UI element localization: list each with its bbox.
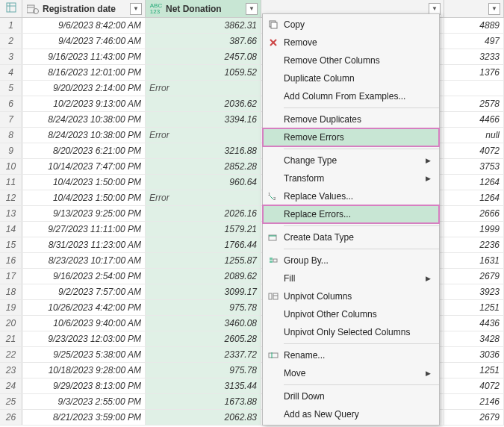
cell-net-donation[interactable]: Error (146, 128, 261, 143)
menu-fill[interactable]: Fill ▶ (263, 269, 439, 287)
cell-registration[interactable]: 10/14/2023 7:47:00 PM (22, 159, 146, 174)
cell-net-donation[interactable]: 3216.88 (146, 143, 261, 158)
cell-net-donation[interactable]: 3135.44 (146, 378, 261, 393)
row-number[interactable]: 10 (0, 159, 22, 174)
cell-registration[interactable]: 8/23/2023 10:17:00 AM (22, 253, 146, 268)
cell-registration[interactable]: 9/4/2023 7:46:00 AM (22, 34, 146, 49)
cell-registration[interactable]: 9/3/2023 2:55:00 PM (22, 394, 146, 409)
menu-replace-values[interactable]: 12 Replace Values... (263, 187, 439, 205)
column-header-registration[interactable]: Registration date ▼ (22, 0, 146, 17)
row-number[interactable]: 15 (0, 237, 22, 252)
menu-duplicate-column[interactable]: Duplicate Column (263, 69, 439, 87)
row-number[interactable]: 1 (0, 18, 22, 33)
filter-dropdown-button[interactable]: ▼ (488, 3, 500, 15)
row-number[interactable]: 6 (0, 96, 22, 111)
cell-registration[interactable]: 9/20/2023 2:14:00 PM (22, 81, 146, 96)
row-number[interactable]: 7 (0, 112, 22, 127)
cell-registration[interactable]: 9/2/2023 7:57:00 AM (22, 284, 146, 299)
menu-remove-duplicates[interactable]: Remove Duplicates (263, 110, 439, 128)
cell-net-donation[interactable]: 3460.08 (146, 316, 261, 331)
cell-net-donation[interactable]: 975.78 (146, 363, 261, 378)
row-number[interactable]: 16 (0, 253, 22, 268)
cell-net-donation[interactable]: 2036.62 (146, 96, 261, 111)
menu-copy[interactable]: Copy (263, 16, 439, 34)
row-number[interactable]: 21 (0, 331, 22, 346)
cell-last[interactable]: 3428 (444, 331, 504, 346)
cell-last[interactable]: 1999 (444, 222, 504, 237)
row-number[interactable]: 24 (0, 378, 22, 393)
menu-remove[interactable]: Remove (263, 34, 439, 52)
filter-dropdown-button[interactable]: ▼ (130, 3, 142, 15)
cell-last[interactable]: 2236 (444, 237, 504, 252)
row-number[interactable]: 25 (0, 394, 22, 409)
cell-last[interactable]: 4436 (444, 316, 504, 331)
cell-last[interactable]: 497 (444, 34, 504, 49)
cell-net-donation[interactable]: 1766.44 (146, 237, 261, 252)
column-header-last[interactable]: ▼ (444, 0, 504, 17)
cell-last[interactable]: 4072 (444, 143, 504, 158)
cell-last[interactable] (444, 81, 504, 96)
cell-net-donation[interactable]: 1673.88 (146, 394, 261, 409)
menu-group-by[interactable]: Group By... (263, 252, 439, 269)
row-number[interactable]: 17 (0, 269, 22, 284)
column-header-net-donation[interactable]: ABC123 Net Donation ▼ (146, 0, 261, 17)
menu-unpivot-selected-columns[interactable]: Unpivot Only Selected Columns (263, 323, 439, 341)
row-number[interactable]: 2 (0, 34, 22, 49)
row-number[interactable]: 13 (0, 206, 22, 221)
menu-add-as-new-query[interactable]: Add as New Query (263, 405, 439, 423)
row-number[interactable]: 9 (0, 143, 22, 158)
cell-registration[interactable]: 10/6/2023 9:40:00 AM (22, 316, 146, 331)
menu-transform[interactable]: Transform ▶ (263, 169, 439, 187)
row-number[interactable]: 11 (0, 175, 22, 190)
menu-create-data-type[interactable]: Create Data Type (263, 228, 439, 246)
cell-last[interactable]: 2146 (444, 394, 504, 409)
cell-net-donation[interactable]: Error (146, 190, 261, 205)
row-number[interactable]: 22 (0, 347, 22, 362)
table-menu-corner[interactable] (0, 0, 22, 17)
cell-registration[interactable]: 8/24/2023 10:38:00 PM (22, 112, 146, 127)
menu-remove-other-columns[interactable]: Remove Other Columns (263, 52, 439, 69)
cell-last[interactable]: 1251 (444, 300, 504, 315)
cell-registration[interactable]: 10/4/2023 1:50:00 PM (22, 175, 146, 190)
cell-registration[interactable]: 9/16/2023 11:43:00 PM (22, 49, 146, 64)
cell-net-donation[interactable]: 2026.16 (146, 206, 261, 221)
row-number[interactable]: 3 (0, 49, 22, 64)
row-number[interactable]: 14 (0, 222, 22, 237)
menu-remove-errors[interactable]: Remove Errors (263, 128, 439, 146)
cell-registration[interactable]: 10/2/2023 9:13:00 AM (22, 96, 146, 111)
menu-unpivot-other-columns[interactable]: Unpivot Other Columns (263, 305, 439, 323)
cell-net-donation[interactable]: 2089.62 (146, 269, 261, 284)
cell-last[interactable]: 1376 (444, 65, 504, 80)
cell-last[interactable]: 3923 (444, 284, 504, 299)
cell-net-donation[interactable]: 975.78 (146, 300, 261, 315)
cell-net-donation[interactable]: 3394.16 (146, 112, 261, 127)
menu-rename[interactable]: Rename... (263, 346, 439, 364)
cell-registration[interactable]: 9/16/2023 2:54:00 PM (22, 269, 146, 284)
cell-last[interactable]: 2666 (444, 206, 504, 221)
menu-replace-errors[interactable]: Replace Errors... (263, 205, 439, 223)
row-number[interactable]: 5 (0, 81, 22, 96)
cell-net-donation[interactable]: 2337.72 (146, 347, 261, 362)
cell-net-donation[interactable]: 3099.17 (146, 284, 261, 299)
cell-net-donation[interactable]: 2457.08 (146, 49, 261, 64)
row-number[interactable]: 12 (0, 190, 22, 205)
cell-registration[interactable]: 8/20/2023 6:21:00 PM (22, 143, 146, 158)
menu-move[interactable]: Move ▶ (263, 364, 439, 382)
cell-last[interactable]: 1264 (444, 175, 504, 190)
cell-last[interactable]: 3036 (444, 347, 504, 362)
row-number[interactable]: 20 (0, 316, 22, 331)
cell-net-donation[interactable]: 1059.52 (146, 65, 261, 80)
cell-last[interactable]: 2679 (444, 269, 504, 284)
menu-unpivot-columns[interactable]: Unpivot Columns (263, 287, 439, 305)
cell-last[interactable]: 4072 (444, 378, 504, 393)
cell-registration[interactable]: 8/21/2023 3:59:00 PM (22, 410, 146, 425)
menu-add-column-from-examples[interactable]: Add Column From Examples... (263, 87, 439, 105)
cell-net-donation[interactable]: 2605.28 (146, 331, 261, 346)
row-number[interactable]: 8 (0, 128, 22, 143)
cell-registration[interactable]: 9/23/2023 12:03:00 PM (22, 331, 146, 346)
row-number[interactable]: 19 (0, 300, 22, 315)
cell-registration[interactable]: 8/16/2023 12:01:00 PM (22, 65, 146, 80)
cell-net-donation[interactable]: 2852.28 (146, 159, 261, 174)
cell-last[interactable]: 3233 (444, 49, 504, 64)
cell-registration[interactable]: 9/27/2023 11:11:00 PM (22, 222, 146, 237)
